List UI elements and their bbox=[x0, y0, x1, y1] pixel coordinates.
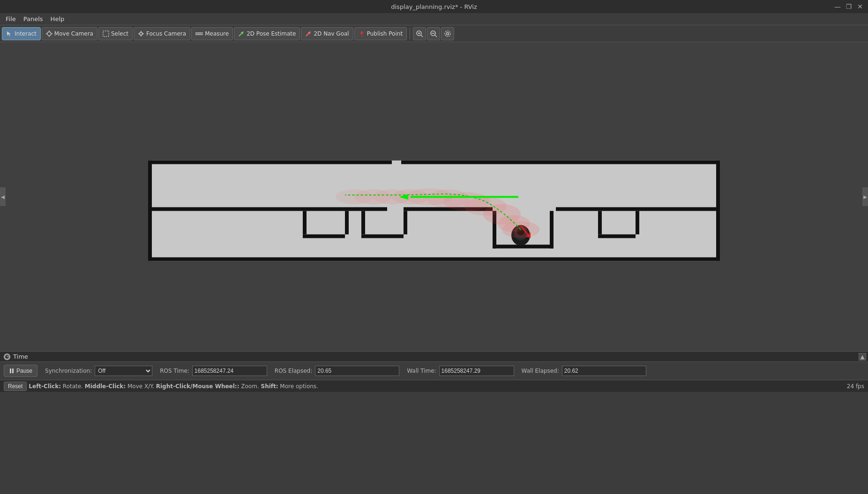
select-icon bbox=[103, 30, 109, 37]
fps-display: 24 fps bbox=[847, 383, 864, 390]
map-container bbox=[148, 161, 720, 261]
svg-rect-5 bbox=[103, 31, 109, 37]
svg-point-20 bbox=[360, 31, 363, 34]
measure-icon bbox=[195, 30, 203, 37]
sync-field: Synchronization: Off Approximate Time Ex… bbox=[45, 366, 152, 376]
wall-time-field: Wall Time: bbox=[407, 366, 514, 376]
settings-icon bbox=[444, 30, 451, 37]
zoom-out-icon bbox=[430, 30, 437, 37]
svg-rect-33 bbox=[401, 161, 720, 164]
bottom-panel: Time ▲ Pause Synchronization: Off Approx… bbox=[0, 351, 868, 392]
window-title: display_planning.rviz* - RViz bbox=[391, 3, 477, 10]
select-button[interactable]: Select bbox=[98, 27, 133, 40]
toolbar-separator-1 bbox=[410, 28, 410, 39]
titlebar: display_planning.rviz* - RViz — ❐ ✕ bbox=[0, 0, 868, 13]
pause-button[interactable]: Pause bbox=[4, 365, 37, 377]
menu-help[interactable]: Help bbox=[47, 15, 68, 23]
wall-elapsed-input[interactable] bbox=[562, 366, 646, 376]
point-icon bbox=[359, 30, 365, 37]
zoom-in-button[interactable] bbox=[413, 27, 426, 40]
reset-button[interactable]: Reset bbox=[4, 382, 27, 391]
svg-rect-44 bbox=[361, 235, 404, 238]
nav-icon bbox=[305, 30, 312, 37]
menu-file[interactable]: File bbox=[2, 15, 20, 23]
right-collapse-arrow[interactable]: ▶ bbox=[862, 187, 868, 206]
sync-label: Synchronization: bbox=[45, 368, 92, 374]
svg-point-65 bbox=[336, 190, 373, 205]
restore-button[interactable]: ❐ bbox=[845, 2, 853, 11]
svg-line-28 bbox=[435, 35, 437, 37]
status-hint: Left-Click: Rotate. Middle-Click: Move X… bbox=[29, 383, 318, 390]
time-controls: Pause Synchronization: Off Approximate T… bbox=[0, 362, 868, 380]
move-camera-icon bbox=[46, 30, 52, 37]
zoom-in-icon bbox=[416, 30, 423, 37]
svg-point-29 bbox=[447, 32, 449, 35]
svg-rect-74 bbox=[12, 369, 14, 373]
wall-time-input[interactable] bbox=[439, 366, 514, 376]
pose-icon bbox=[238, 30, 245, 37]
focus-camera-button[interactable]: Focus Camera bbox=[134, 27, 190, 40]
svg-rect-11 bbox=[195, 33, 203, 35]
viewport[interactable]: ◀ ▶ bbox=[0, 42, 868, 351]
svg-rect-39 bbox=[556, 207, 720, 211]
nav-goal-button[interactable]: 2D Nav Goal bbox=[301, 27, 353, 40]
svg-line-25 bbox=[421, 35, 423, 37]
measure-button[interactable]: Measure bbox=[191, 27, 233, 40]
map-visualization bbox=[148, 161, 720, 261]
wall-elapsed-field: Wall Elapsed: bbox=[522, 366, 646, 376]
svg-rect-43 bbox=[361, 211, 365, 235]
window-controls: — ❐ ✕ bbox=[833, 2, 864, 11]
svg-rect-37 bbox=[148, 207, 387, 211]
statusbar: Reset Left-Click: Rotate. Middle-Click: … bbox=[0, 380, 868, 392]
ros-time-input[interactable] bbox=[192, 366, 267, 376]
svg-rect-49 bbox=[598, 211, 602, 235]
time-section-title: Time bbox=[13, 353, 28, 360]
clock-icon bbox=[4, 354, 10, 360]
pause-icon bbox=[9, 368, 15, 374]
sync-select[interactable]: Off Approximate Time Exact Time bbox=[95, 366, 152, 376]
toolbar: Interact Move Camera Select Focus Camera bbox=[0, 25, 868, 42]
svg-rect-45 bbox=[404, 211, 407, 235]
minimize-button[interactable]: — bbox=[833, 2, 842, 11]
settings-button[interactable] bbox=[441, 27, 454, 40]
svg-rect-42 bbox=[345, 211, 349, 235]
svg-rect-40 bbox=[303, 211, 307, 235]
wall-time-label: Wall Time: bbox=[407, 368, 436, 374]
svg-rect-51 bbox=[636, 211, 639, 235]
ros-time-label: ROS Time: bbox=[160, 368, 189, 374]
svg-rect-50 bbox=[598, 235, 636, 238]
ros-elapsed-field: ROS Elapsed: bbox=[275, 366, 399, 376]
svg-rect-48 bbox=[550, 211, 554, 249]
ros-elapsed-label: ROS Elapsed: bbox=[275, 368, 312, 374]
zoom-out-button[interactable] bbox=[427, 27, 440, 40]
svg-point-0 bbox=[47, 32, 51, 36]
svg-rect-32 bbox=[148, 161, 392, 164]
menubar: File Panels Help bbox=[0, 13, 868, 25]
left-collapse-arrow[interactable]: ◀ bbox=[0, 187, 6, 206]
ros-elapsed-input[interactable] bbox=[315, 366, 399, 376]
publish-point-button[interactable]: Publish Point bbox=[354, 27, 407, 40]
svg-rect-34 bbox=[148, 258, 720, 261]
menu-panels[interactable]: Panels bbox=[20, 15, 47, 23]
close-button[interactable]: ✕ bbox=[856, 2, 864, 11]
svg-point-30 bbox=[445, 31, 450, 37]
svg-rect-41 bbox=[303, 235, 345, 238]
wall-elapsed-label: Wall Elapsed: bbox=[522, 368, 559, 374]
ros-time-field: ROS Time: bbox=[160, 366, 267, 376]
svg-point-6 bbox=[140, 32, 142, 35]
svg-point-70 bbox=[5, 354, 9, 359]
pose-estimate-button[interactable]: 2D Pose Estimate bbox=[234, 27, 300, 40]
cursor-icon bbox=[6, 30, 13, 37]
time-section-header: Time ▲ bbox=[0, 352, 868, 362]
focus-icon bbox=[138, 30, 144, 37]
move-camera-button[interactable]: Move Camera bbox=[42, 27, 97, 40]
interact-button[interactable]: Interact bbox=[2, 27, 41, 40]
time-collapse-button[interactable]: ▲ bbox=[859, 353, 866, 361]
svg-rect-73 bbox=[10, 369, 11, 373]
